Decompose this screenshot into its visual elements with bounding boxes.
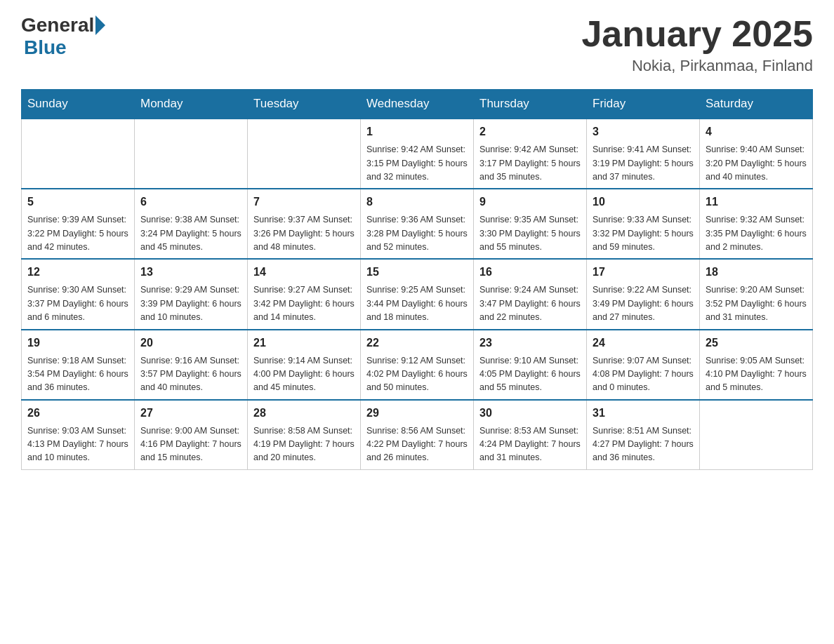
calendar-cell: 10Sunrise: 9:33 AM Sunset: 3:32 PM Dayli…: [587, 189, 700, 259]
calendar-cell: 20Sunrise: 9:16 AM Sunset: 3:57 PM Dayli…: [135, 330, 248, 400]
calendar-cell: [22, 119, 135, 189]
calendar-cell: 25Sunrise: 9:05 AM Sunset: 4:10 PM Dayli…: [700, 330, 813, 400]
day-number: 2: [479, 123, 581, 140]
day-number: 13: [140, 264, 241, 281]
sun-info: Sunrise: 9:38 AM Sunset: 3:24 PM Dayligh…: [140, 213, 241, 254]
calendar-header-monday: Monday: [135, 90, 248, 119]
calendar-header-wednesday: Wednesday: [361, 90, 474, 119]
day-number: 4: [706, 123, 807, 140]
calendar-week-row-3: 12Sunrise: 9:30 AM Sunset: 3:37 PM Dayli…: [22, 259, 813, 329]
calendar-cell: 12Sunrise: 9:30 AM Sunset: 3:37 PM Dayli…: [22, 259, 135, 329]
sun-info: Sunrise: 9:32 AM Sunset: 3:35 PM Dayligh…: [706, 213, 807, 254]
calendar-cell: 19Sunrise: 9:18 AM Sunset: 3:54 PM Dayli…: [22, 330, 135, 400]
logo-general-text: General: [21, 14, 94, 36]
sun-info: Sunrise: 9:42 AM Sunset: 3:17 PM Dayligh…: [479, 143, 581, 184]
sun-info: Sunrise: 9:37 AM Sunset: 3:26 PM Dayligh…: [253, 213, 355, 254]
calendar-cell: [700, 400, 813, 470]
day-number: 14: [253, 264, 355, 281]
calendar-header-friday: Friday: [587, 90, 700, 119]
logo-blue-text: Blue: [24, 36, 67, 59]
sun-info: Sunrise: 9:20 AM Sunset: 3:52 PM Dayligh…: [706, 283, 807, 324]
sun-info: Sunrise: 9:22 AM Sunset: 3:49 PM Dayligh…: [593, 283, 694, 324]
month-title: January 2025: [581, 14, 813, 54]
calendar-cell: 2Sunrise: 9:42 AM Sunset: 3:17 PM Daylig…: [474, 119, 587, 189]
sun-info: Sunrise: 9:36 AM Sunset: 3:28 PM Dayligh…: [366, 213, 468, 254]
day-number: 11: [706, 194, 807, 210]
calendar-cell: 27Sunrise: 9:00 AM Sunset: 4:16 PM Dayli…: [135, 400, 248, 470]
sun-info: Sunrise: 9:03 AM Sunset: 4:13 PM Dayligh…: [27, 424, 128, 465]
title-section: January 2025 Nokia, Pirkanmaa, Finland: [581, 14, 813, 75]
calendar-cell: 21Sunrise: 9:14 AM Sunset: 4:00 PM Dayli…: [248, 330, 361, 400]
sun-info: Sunrise: 8:58 AM Sunset: 4:19 PM Dayligh…: [253, 424, 355, 465]
day-number: 26: [27, 405, 128, 422]
sun-info: Sunrise: 9:12 AM Sunset: 4:02 PM Dayligh…: [366, 354, 468, 395]
calendar-cell: 5Sunrise: 9:39 AM Sunset: 3:22 PM Daylig…: [22, 189, 135, 259]
day-number: 25: [706, 335, 807, 351]
sun-info: Sunrise: 9:24 AM Sunset: 3:47 PM Dayligh…: [479, 283, 581, 324]
calendar-cell: 24Sunrise: 9:07 AM Sunset: 4:08 PM Dayli…: [587, 330, 700, 400]
sun-info: Sunrise: 8:56 AM Sunset: 4:22 PM Dayligh…: [366, 424, 468, 465]
day-number: 30: [479, 405, 581, 422]
calendar-cell: 26Sunrise: 9:03 AM Sunset: 4:13 PM Dayli…: [22, 400, 135, 470]
calendar-week-row-1: 1Sunrise: 9:42 AM Sunset: 3:15 PM Daylig…: [22, 119, 813, 189]
calendar-cell: 28Sunrise: 8:58 AM Sunset: 4:19 PM Dayli…: [248, 400, 361, 470]
sun-info: Sunrise: 9:10 AM Sunset: 4:05 PM Dayligh…: [479, 354, 581, 395]
calendar-cell: 31Sunrise: 8:51 AM Sunset: 4:27 PM Dayli…: [587, 400, 700, 470]
calendar-cell: 14Sunrise: 9:27 AM Sunset: 3:42 PM Dayli…: [248, 259, 361, 329]
day-number: 3: [593, 123, 694, 140]
sun-info: Sunrise: 9:35 AM Sunset: 3:30 PM Dayligh…: [479, 213, 581, 254]
calendar-cell: 29Sunrise: 8:56 AM Sunset: 4:22 PM Dayli…: [361, 400, 474, 470]
page-header: General Blue January 2025 Nokia, Pirkanm…: [21, 14, 813, 75]
calendar-cell: 6Sunrise: 9:38 AM Sunset: 3:24 PM Daylig…: [135, 189, 248, 259]
day-number: 15: [366, 264, 468, 281]
calendar-cell: 9Sunrise: 9:35 AM Sunset: 3:30 PM Daylig…: [474, 189, 587, 259]
calendar-cell: 16Sunrise: 9:24 AM Sunset: 3:47 PM Dayli…: [474, 259, 587, 329]
calendar-week-row-5: 26Sunrise: 9:03 AM Sunset: 4:13 PM Dayli…: [22, 400, 813, 470]
day-number: 19: [27, 335, 128, 351]
sun-info: Sunrise: 9:40 AM Sunset: 3:20 PM Dayligh…: [706, 143, 807, 184]
calendar-cell: 11Sunrise: 9:32 AM Sunset: 3:35 PM Dayli…: [700, 189, 813, 259]
day-number: 18: [706, 264, 807, 281]
day-number: 22: [366, 335, 468, 351]
logo: General Blue: [21, 14, 105, 59]
sun-info: Sunrise: 9:39 AM Sunset: 3:22 PM Dayligh…: [27, 213, 128, 254]
day-number: 16: [479, 264, 581, 281]
sun-info: Sunrise: 9:14 AM Sunset: 4:00 PM Dayligh…: [253, 354, 355, 395]
calendar-header-tuesday: Tuesday: [248, 90, 361, 119]
sun-info: Sunrise: 9:33 AM Sunset: 3:32 PM Dayligh…: [593, 213, 694, 254]
day-number: 27: [140, 405, 241, 422]
day-number: 7: [253, 194, 355, 210]
calendar-cell: 1Sunrise: 9:42 AM Sunset: 3:15 PM Daylig…: [361, 119, 474, 189]
sun-info: Sunrise: 9:05 AM Sunset: 4:10 PM Dayligh…: [706, 354, 807, 395]
day-number: 10: [593, 194, 694, 210]
calendar-cell: 4Sunrise: 9:40 AM Sunset: 3:20 PM Daylig…: [700, 119, 813, 189]
sun-info: Sunrise: 8:53 AM Sunset: 4:24 PM Dayligh…: [479, 424, 581, 465]
day-number: 6: [140, 194, 241, 210]
sun-info: Sunrise: 9:07 AM Sunset: 4:08 PM Dayligh…: [593, 354, 694, 395]
calendar-header-saturday: Saturday: [700, 90, 813, 119]
sun-info: Sunrise: 9:41 AM Sunset: 3:19 PM Dayligh…: [593, 143, 694, 184]
day-number: 31: [593, 405, 694, 422]
calendar-table: SundayMondayTuesdayWednesdayThursdayFrid…: [21, 89, 813, 470]
day-number: 1: [366, 123, 468, 140]
calendar-cell: 13Sunrise: 9:29 AM Sunset: 3:39 PM Dayli…: [135, 259, 248, 329]
sun-info: Sunrise: 9:25 AM Sunset: 3:44 PM Dayligh…: [366, 283, 468, 324]
calendar-cell: [135, 119, 248, 189]
sun-info: Sunrise: 9:18 AM Sunset: 3:54 PM Dayligh…: [27, 354, 128, 395]
logo-arrow-icon: [95, 15, 105, 35]
sun-info: Sunrise: 9:00 AM Sunset: 4:16 PM Dayligh…: [140, 424, 241, 465]
calendar-cell: 15Sunrise: 9:25 AM Sunset: 3:44 PM Dayli…: [361, 259, 474, 329]
location-text: Nokia, Pirkanmaa, Finland: [581, 57, 813, 75]
calendar-cell: 17Sunrise: 9:22 AM Sunset: 3:49 PM Dayli…: [587, 259, 700, 329]
day-number: 8: [366, 194, 468, 210]
sun-info: Sunrise: 9:16 AM Sunset: 3:57 PM Dayligh…: [140, 354, 241, 395]
sun-info: Sunrise: 9:27 AM Sunset: 3:42 PM Dayligh…: [253, 283, 355, 324]
sun-info: Sunrise: 9:42 AM Sunset: 3:15 PM Dayligh…: [366, 143, 468, 184]
calendar-cell: 8Sunrise: 9:36 AM Sunset: 3:28 PM Daylig…: [361, 189, 474, 259]
day-number: 24: [593, 335, 694, 351]
calendar-cell: 23Sunrise: 9:10 AM Sunset: 4:05 PM Dayli…: [474, 330, 587, 400]
day-number: 29: [366, 405, 468, 422]
sun-info: Sunrise: 9:30 AM Sunset: 3:37 PM Dayligh…: [27, 283, 128, 324]
day-number: 5: [27, 194, 128, 210]
calendar-cell: 18Sunrise: 9:20 AM Sunset: 3:52 PM Dayli…: [700, 259, 813, 329]
